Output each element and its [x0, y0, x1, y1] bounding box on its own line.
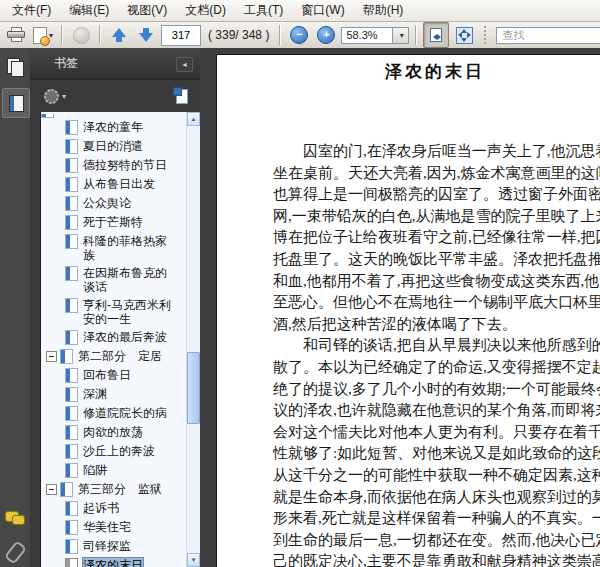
bookmark-item[interactable]: 司铎探监 — [41, 537, 187, 556]
toolbar-separator — [61, 25, 63, 45]
bookmarks-panel-button[interactable] — [2, 88, 30, 118]
bookmark-item[interactable]: 肉欲的放荡 — [41, 423, 187, 442]
bookmark-item[interactable]: 泽农的童年 — [41, 118, 187, 137]
text-line: 会对这个懦夫比对他本人更为有利。只要存在着千分之一的可能 — [273, 422, 600, 444]
collapse-minus-icon[interactable] — [46, 351, 57, 362]
bookmark-item[interactable]: 陷阱 — [41, 461, 187, 480]
bookmark-label: 第三部分 监狱 — [78, 482, 162, 496]
bookmark-page-icon — [65, 177, 78, 192]
bookmark-label: 从布鲁日出发 — [83, 177, 155, 191]
bookmark-item[interactable]: 起诉书 — [41, 499, 187, 518]
bookmark-label: 德拉努特的节日 — [83, 158, 167, 172]
menu-bar: 文件(F) 编辑(E) 视图(V) 文档(D) 工具(T) 窗口(W) 帮助(H… — [0, 0, 600, 22]
menu-view[interactable]: 视图(V) — [118, 0, 176, 22]
text-line: 博在把位子让给夜班看守之前,已经像往常一样,把囚徒的晚饭留 — [273, 227, 600, 249]
text-line: 网,一束带铅灰的白色,从满地是雪的院子里映了上来。吉尔·龙 — [273, 206, 600, 228]
text-line: 议的泽农,也许就隐藏在他意识的某个角落,而即将来临的黑夜, — [273, 400, 600, 422]
bookmark-label: 陷阱 — [83, 463, 107, 477]
bookmark-page-icon — [65, 520, 78, 535]
bookmark-label: 沙丘上的奔波 — [83, 444, 155, 458]
bookmarks-panel-toolbar: ▾ — [30, 80, 200, 112]
text-line: 至恶心。但他心不在焉地往一个锡制平底大口杯里倒了几口啤 — [273, 292, 600, 314]
bookmark-page-icon — [65, 539, 78, 554]
bookmark-label: 修道院院长的病 — [83, 406, 167, 420]
bookmark-page-icon — [65, 158, 78, 173]
bookmark-item[interactable]: 华美住宅 — [41, 518, 187, 537]
scrolling-mode-button[interactable] — [423, 22, 449, 48]
fullscreen-button[interactable] — [452, 23, 476, 47]
bookmark-page-icon — [65, 298, 78, 313]
bookmark-item[interactable]: 公众舆论 — [41, 194, 187, 213]
bookmark-label: 司铎探监 — [83, 539, 131, 553]
next-page-button[interactable] — [134, 23, 158, 47]
menu-window[interactable]: 窗口(W) — [292, 0, 353, 22]
text-line: 酒,然后把这种苦涩的液体喝了下去。 — [273, 314, 600, 336]
collapse-panel-button[interactable]: ◄ — [176, 57, 193, 72]
zoom-level-value[interactable]: 58.3% — [341, 27, 393, 44]
export-button[interactable]: ▾ — [31, 23, 55, 47]
text-line: 形来看,死亡就是这样保留着一种骗人的不真实。一切都在变,直 — [273, 508, 600, 530]
zoom-dropdown-button[interactable]: ▾ — [393, 27, 409, 44]
bookmark-item[interactable]: 泽农的最后奔波 — [41, 328, 187, 347]
pdf-page[interactable]: 泽农的末日 囚室的门,在泽农身后哐当一声关上了,他沉思着拉出凳子, 坐在桌前。天… — [216, 54, 600, 567]
tree-scrollbar[interactable]: ▲ ▼ — [186, 112, 200, 567]
options-button[interactable]: ▾ — [44, 89, 66, 104]
scrollbar-thumb[interactable] — [187, 352, 200, 424]
bookmark-page-icon — [65, 330, 78, 345]
text-line: 囚室的门,在泽农身后哐当一声关上了,他沉思着拉出凳子, — [273, 141, 600, 163]
text-line: 坐在桌前。天还大亮着,因为,炼金术寓意画里的这间昏暗囚室, — [273, 163, 600, 185]
goto-current-bookmark-button[interactable] — [173, 87, 191, 105]
pages-panel-button[interactable] — [2, 53, 28, 81]
bookmark-label: 科隆的菲格热家族 — [83, 234, 177, 262]
menu-edit[interactable]: 编辑(E) — [60, 0, 118, 22]
collapse-minus-icon[interactable] — [46, 484, 57, 495]
upload-button-disabled — [69, 23, 93, 47]
bookmark-page-icon — [65, 387, 78, 402]
bookmark-label: 肉欲的放荡 — [83, 425, 143, 439]
bookmark-item[interactable]: 科隆的菲格热家族 — [41, 232, 187, 264]
bookmark-item[interactable]: 亨利-马克西米利安的一生 — [41, 296, 187, 328]
menu-tools[interactable]: 工具(T) — [235, 0, 292, 22]
scroll-up-button[interactable]: ▲ — [187, 112, 200, 126]
bookmark-page-icon — [65, 368, 78, 383]
print-button[interactable] — [4, 23, 28, 47]
bookmark-item[interactable]: 死于芒斯特 — [41, 213, 187, 232]
scroll-down-button[interactable]: ▼ — [187, 553, 200, 567]
bookmark-label: 泽农的最后奔波 — [83, 330, 167, 344]
bookmark-item[interactable]: 沙丘上的奔波 — [41, 442, 187, 461]
bookmark-item[interactable]: 夏日的消遣 — [41, 137, 187, 156]
previous-page-button[interactable] — [107, 23, 131, 47]
bookmark-page-icon — [65, 558, 78, 567]
fullscreen-icon — [456, 27, 473, 44]
menu-file[interactable]: 文件(F) — [3, 0, 60, 22]
bookmark-item[interactable]: 在因斯布鲁克的谈话 — [41, 264, 187, 296]
menu-help[interactable]: 帮助(H) — [354, 0, 413, 22]
globe-icon — [73, 27, 90, 44]
menu-document[interactable]: 文档(D) — [176, 0, 235, 22]
bookmark-item[interactable]: 从布鲁日出发 — [41, 175, 187, 194]
bookmark-item[interactable]: 修道院院长的病 — [41, 404, 187, 423]
zoom-out-button[interactable]: − — [287, 23, 311, 47]
bookmark-section[interactable]: 第三部分 监狱 — [41, 480, 187, 499]
bookmark-page-icon — [65, 120, 78, 135]
bookmark-item[interactable]: 德拉努特的节日 — [41, 156, 187, 175]
comments-panel-button[interactable] — [2, 504, 28, 532]
bookmark-section[interactable]: 第二部分 定居 — [41, 347, 187, 366]
bookmark-label: 夏日的消遣 — [83, 139, 143, 153]
bookmark-page-icon — [65, 234, 78, 249]
bookmark-label: 华美住宅 — [83, 520, 131, 534]
scroll-down-icon: ▼ — [191, 557, 197, 563]
bookmark-item-selected[interactable]: 泽农的末日 — [41, 556, 187, 567]
page-number-input[interactable] — [161, 25, 201, 46]
bookmark-label: 回布鲁日 — [83, 368, 131, 382]
bookmark-item[interactable]: 回布鲁日 — [41, 366, 187, 385]
search-input[interactable] — [496, 27, 600, 44]
bookmark-page-icon — [60, 349, 73, 364]
document-area: 泽农的末日 囚室的门,在泽农身后哐当一声关上了,他沉思着拉出凳子, 坐在桌前。天… — [200, 48, 600, 567]
zoom-level-combo[interactable]: 58.3% ▾ — [341, 27, 409, 44]
bookmark-page-icon — [65, 425, 78, 440]
bookmarks-icon — [9, 95, 24, 112]
zoom-in-button[interactable]: + — [314, 23, 338, 47]
attachments-panel-button[interactable] — [2, 538, 28, 566]
bookmark-item[interactable]: 深渊 — [41, 385, 187, 404]
